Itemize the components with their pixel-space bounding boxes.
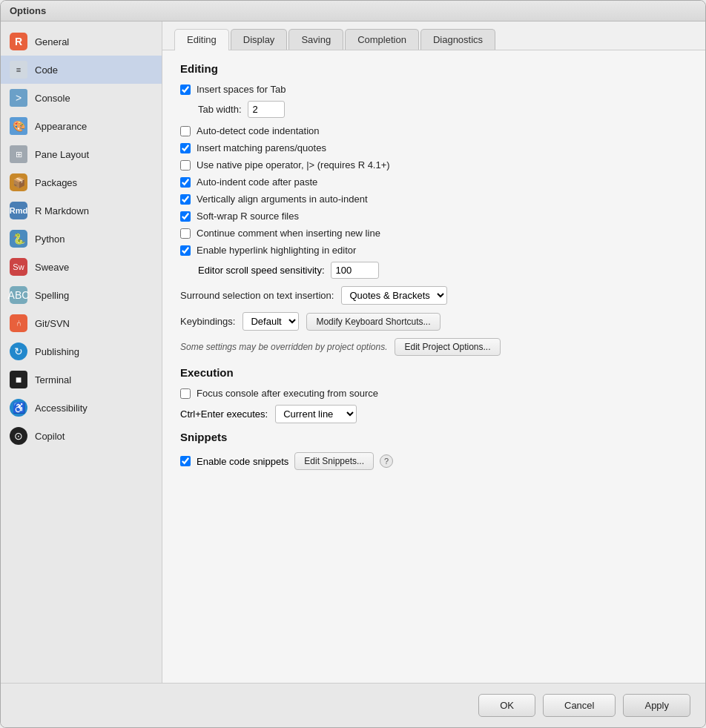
window-title: Options — [10, 5, 46, 16]
auto-detect-checkbox[interactable] — [180, 126, 191, 136]
sidebar-item-git[interactable]: ⑃Git/SVN — [1, 309, 162, 337]
tab-diagnostics[interactable]: Diagnostics — [420, 29, 495, 50]
enable-hyperlink-row: Enable hyperlink highlighting in editor — [180, 245, 687, 256]
ctrl-enter-select[interactable]: Current line Multiple lines Statement — [275, 405, 357, 423]
copilot-icon: ⊙ — [10, 427, 27, 445]
sidebar-item-accessibility[interactable]: ♿Accessibility — [1, 394, 162, 422]
ctrl-enter-label: Ctrl+Enter executes: — [180, 408, 268, 420]
sidebar-item-python[interactable]: 🐍Python — [1, 225, 162, 253]
sidebar-item-console[interactable]: >Console — [1, 84, 162, 112]
keybindings-label: Keybindings: — [180, 316, 235, 327]
surround-select[interactable]: Quotes & Brackets Quotes None — [341, 286, 447, 305]
sidebar-label-accessibility: Accessibility — [35, 403, 88, 414]
sidebar-item-packages[interactable]: 📦Packages — [1, 168, 162, 196]
scroll-speed-input[interactable] — [331, 262, 379, 279]
keybindings-select[interactable]: Default Vim Emacs — [243, 312, 299, 331]
cancel-button[interactable]: Cancel — [543, 694, 616, 717]
sidebar-item-sweave[interactable]: SwSweave — [1, 253, 162, 281]
snippets-row: Enable code snippets Edit Snippets... ? — [180, 452, 687, 470]
spelling-icon: ABC — [10, 286, 27, 304]
sidebar-item-spelling[interactable]: ABCSpelling — [1, 281, 162, 309]
focus-console-checkbox[interactable] — [180, 388, 191, 399]
insert-matching-checkbox[interactable] — [180, 143, 191, 153]
ok-button[interactable]: OK — [478, 694, 535, 717]
tab-editing[interactable]: Editing — [174, 29, 229, 50]
sidebar-item-code[interactable]: ≡Code — [1, 56, 162, 84]
sidebar-label-code: Code — [35, 64, 58, 76]
modify-shortcuts-button[interactable]: Modify Keyboard Shortcuts... — [306, 313, 440, 331]
note-row: Some settings may be overridden by proje… — [180, 338, 687, 356]
git-icon: ⑃ — [10, 314, 27, 332]
sidebar-item-terminal[interactable]: ■Terminal — [1, 365, 162, 394]
native-pipe-checkbox[interactable] — [180, 160, 191, 171]
tab-display[interactable]: Display — [231, 29, 288, 50]
surround-row: Surround selection on text insertion: Qu… — [180, 286, 687, 305]
tab-width-input[interactable] — [248, 101, 285, 118]
terminal-icon: ■ — [10, 371, 27, 388]
enable-snippets-checkbox[interactable] — [180, 456, 191, 466]
scroll-speed-label: Editor scroll speed sensitivity: — [198, 265, 325, 276]
console-icon: > — [10, 89, 27, 107]
sidebar-label-spelling: Spelling — [35, 290, 69, 301]
tab-completion[interactable]: Completion — [345, 29, 419, 50]
auto-detect-row: Auto-detect code indentation — [180, 125, 687, 136]
sidebar-item-publishing[interactable]: ↻Publishing — [1, 337, 162, 365]
sidebar-label-git: Git/SVN — [35, 318, 70, 329]
sidebar-label-terminal: Terminal — [35, 374, 71, 385]
continue-comment-row: Continue comment when inserting new line — [180, 228, 687, 239]
main-area: EditingDisplaySavingCompletionDiagnostic… — [162, 21, 705, 683]
sidebar-label-console: Console — [35, 93, 70, 104]
sidebar-label-packages: Packages — [35, 177, 77, 188]
tab-bar: EditingDisplaySavingCompletionDiagnostic… — [162, 21, 705, 50]
appearance-icon: 🎨 — [10, 117, 27, 135]
keybindings-row: Keybindings: Default Vim Emacs Modify Ke… — [180, 312, 687, 331]
soft-wrap-row: Soft-wrap R source files — [180, 211, 687, 222]
snippets-section-title: Snippets — [180, 431, 687, 443]
scroll-speed-row: Editor scroll speed sensitivity: — [198, 262, 687, 279]
auto-indent-label: Auto-indent code after paste — [197, 176, 317, 188]
pane-layout-icon: ⊞ — [10, 145, 27, 163]
options-window: Options RGeneral≡Code>Console🎨Appearance… — [0, 0, 706, 728]
auto-detect-label: Auto-detect code indentation — [197, 125, 320, 136]
publishing-icon: ↻ — [10, 343, 27, 360]
main-content: Editing Insert spaces for Tab Tab width:… — [162, 50, 705, 683]
enable-snippets-label: Enable code snippets — [197, 456, 288, 467]
title-bar: Options — [1, 1, 705, 21]
sidebar-label-copilot: Copilot — [35, 431, 65, 442]
general-icon: R — [10, 33, 27, 50]
sidebar: RGeneral≡Code>Console🎨Appearance⊞Pane La… — [1, 21, 162, 683]
sidebar-label-rmarkdown: R Markdown — [35, 205, 89, 216]
enable-hyperlink-label: Enable hyperlink highlighting in editor — [197, 245, 356, 256]
continue-comment-label: Continue comment when inserting new line — [197, 228, 380, 239]
sidebar-label-general: General — [35, 36, 69, 47]
insert-matching-label: Insert matching parens/quotes — [197, 142, 326, 153]
accessibility-icon: ♿ — [10, 399, 27, 417]
insert-spaces-checkbox[interactable] — [180, 85, 191, 95]
soft-wrap-checkbox[interactable] — [180, 211, 191, 222]
sidebar-label-sweave: Sweave — [35, 262, 69, 273]
continue-comment-checkbox[interactable] — [180, 228, 191, 239]
sidebar-item-general[interactable]: RGeneral — [1, 27, 162, 56]
edit-snippets-button[interactable]: Edit Snippets... — [294, 452, 374, 470]
auto-indent-checkbox[interactable] — [180, 177, 191, 188]
tab-width-label: Tab width: — [198, 104, 242, 115]
ctrl-enter-row: Ctrl+Enter executes: Current line Multip… — [180, 405, 687, 423]
sidebar-item-pane-layout[interactable]: ⊞Pane Layout — [1, 140, 162, 168]
snippets-help-icon[interactable]: ? — [380, 454, 393, 468]
insert-matching-row: Insert matching parens/quotes — [180, 142, 687, 153]
vertically-align-checkbox[interactable] — [180, 194, 191, 205]
editing-section-title: Editing — [180, 62, 687, 75]
tab-saving[interactable]: Saving — [288, 29, 343, 50]
focus-console-row: Focus console after executing from sourc… — [180, 388, 687, 399]
enable-hyperlink-checkbox[interactable] — [180, 245, 191, 256]
sidebar-label-publishing: Publishing — [35, 346, 79, 357]
python-icon: 🐍 — [10, 230, 27, 248]
code-icon: ≡ — [10, 61, 27, 79]
surround-label: Surround selection on text insertion: — [180, 290, 334, 301]
apply-button[interactable]: Apply — [623, 694, 690, 717]
sidebar-label-appearance: Appearance — [35, 121, 87, 132]
edit-project-button[interactable]: Edit Project Options... — [395, 338, 500, 356]
sidebar-item-appearance[interactable]: 🎨Appearance — [1, 112, 162, 140]
sidebar-item-copilot[interactable]: ⊙Copilot — [1, 422, 162, 450]
sidebar-item-rmarkdown[interactable]: RmdR Markdown — [1, 196, 162, 225]
